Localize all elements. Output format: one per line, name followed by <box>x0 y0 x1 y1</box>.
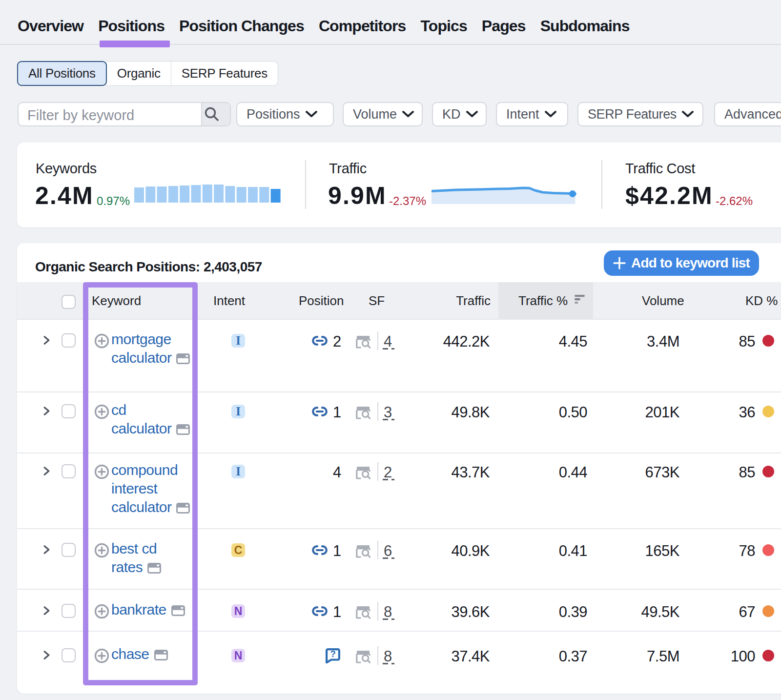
svg-text:?: ? <box>330 649 336 659</box>
